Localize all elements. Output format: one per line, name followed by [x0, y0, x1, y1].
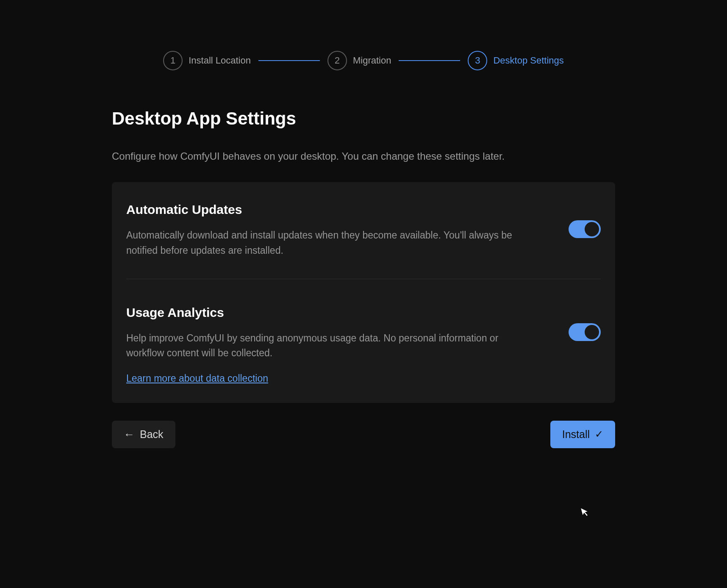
page-title: Desktop App Settings — [112, 108, 615, 129]
toggle-auto-update[interactable] — [569, 220, 601, 238]
setting-auto-update: Automatic Updates Automatically download… — [126, 202, 601, 258]
back-button[interactable]: ← Back — [112, 421, 175, 448]
arrow-left-icon: ← — [124, 429, 135, 440]
step-label-3: Desktop Settings — [493, 55, 563, 66]
setting-analytics-description: Help improve ComfyUI by sending anonymou… — [126, 331, 516, 361]
stepper: 1 Install Location 2 Migration 3 Desktop… — [109, 25, 618, 70]
button-row: ← Back Install ✓ — [112, 421, 615, 448]
settings-card: Automatic Updates Automatically download… — [112, 182, 615, 403]
divider — [126, 279, 601, 279]
install-button-label: Install — [562, 428, 590, 441]
setting-analytics-title: Usage Analytics — [126, 305, 516, 320]
toggle-thumb — [585, 222, 599, 236]
step-install-location[interactable]: 1 Install Location — [163, 51, 251, 70]
step-label-1: Install Location — [189, 55, 251, 66]
stepper-connector — [258, 60, 320, 61]
toggle-thumb — [585, 325, 599, 339]
back-button-label: Back — [140, 428, 164, 441]
main-content: Desktop App Settings Configure how Comfy… — [109, 108, 618, 448]
step-desktop-settings[interactable]: 3 Desktop Settings — [468, 51, 563, 70]
stepper-connector — [399, 60, 460, 61]
install-button[interactable]: Install ✓ — [550, 421, 615, 448]
setting-analytics: Usage Analytics Help improve ComfyUI by … — [126, 305, 601, 384]
step-label-2: Migration — [353, 55, 391, 66]
step-circle-1: 1 — [163, 51, 183, 70]
setting-auto-update-description: Automatically download and install updat… — [126, 228, 516, 258]
step-circle-3: 3 — [468, 51, 487, 70]
cursor-icon — [580, 505, 592, 521]
check-icon: ✓ — [595, 429, 603, 439]
step-migration[interactable]: 2 Migration — [327, 51, 391, 70]
setting-auto-update-title: Automatic Updates — [126, 202, 516, 217]
toggle-analytics[interactable] — [569, 323, 601, 341]
analytics-learn-more-link[interactable]: Learn more about data collection — [126, 373, 268, 384]
page-subtitle: Configure how ComfyUI behaves on your de… — [112, 148, 591, 164]
step-circle-2: 2 — [327, 51, 347, 70]
